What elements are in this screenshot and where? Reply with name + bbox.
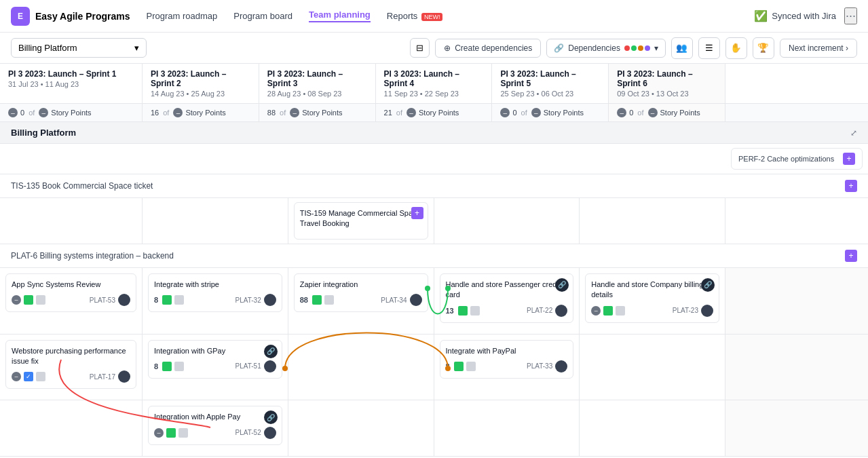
gpay-sp-val: 8 [154,362,158,370]
tis135-row: TIS-135 Book Commercial Space ticket + [0,174,868,198]
cards-row-3: 🔗 Integration with Apple Pay – PLAT-52 [0,400,868,456]
sp-total-btn-4[interactable]: – [407,108,416,117]
sprint-header-4: PI 3 2023: Launch – Sprint 4 11 Sep 23 •… [376,64,493,103]
company-link-icon[interactable]: 🔗 [701,278,715,292]
sp-cell-5: – 0 of – Story Points [492,104,609,121]
passenger-link-icon[interactable]: 🔗 [555,278,569,292]
app-sync-sp-btn[interactable]: – [12,295,21,305]
nav-reports[interactable]: Reports NEW! [387,11,443,21]
col1-row3 [0,400,143,455]
users-icon-button[interactable]: 👥 [671,37,693,59]
next-increment-button[interactable]: Next increment › [780,39,857,58]
col4-row2: Integrate with PayPal 8 PLAT-33 [434,335,580,400]
users-icon: 👥 [676,43,687,53]
sp-minus-5[interactable]: – [500,108,510,117]
sprint-3-title: PI 3 2023: Launch – Sprint 3 [267,69,367,88]
sp-label-5: Story Points [544,109,584,117]
tis159-row: + TIS-159 Manage Commercial Space Travel… [0,198,868,244]
nav-program-roadmap[interactable]: Program roadmap [147,11,218,21]
perf-empty-space [0,144,725,174]
sp-minus-6[interactable]: – [617,108,626,117]
create-dep-label: Create dependencies [455,43,532,53]
check-circle-icon: ✅ [754,9,768,22]
toolbar-actions: ⊟ ⊕ Create dependencies 🔗 Dependencies ▾… [410,37,857,59]
expand-icon[interactable]: ⤢ [850,128,857,138]
sp-total-btn-3[interactable]: – [290,108,299,117]
tis159-empty-col6 [725,198,868,244]
trophy-icon-button[interactable]: 🏆 [753,37,774,59]
nav-team-planning[interactable]: Team planning [309,9,371,22]
col2-cards: Integrate with stripe 8 PLAT-32 [143,268,288,334]
webstore-checkbox[interactable] [24,372,33,381]
company-sp-btn[interactable]: – [591,306,601,316]
plat6-label: PLAT-6 Billing systems integration – bac… [11,251,174,261]
paypal-card: Integrate with PayPal 8 PLAT-33 [440,340,574,379]
col1-cards: App Sync Systems Review – PLAT-53 [0,268,143,334]
more-options-button[interactable]: ··· [844,7,857,24]
stripe-sp-val: 8 [154,296,158,304]
sp-total-btn-1[interactable]: – [39,108,48,117]
tis135-label: TIS-135 Book Commercial Space ticket [11,181,153,191]
team-select[interactable]: Billing Platform ▾ [11,38,147,58]
cards-row-1: App Sync Systems Review – PLAT-53 Integr… [0,268,868,335]
webstore-id: PLAT-17 [90,373,115,381]
applepay-sp-btn[interactable]: – [154,428,164,438]
applepay-id: PLAT-52 [235,429,261,436]
sp-total-btn-2[interactable]: – [173,108,183,117]
sp-total-btn-5[interactable]: – [531,108,541,117]
col6-row2 [725,335,868,400]
sprint-header-5: PI 3 2023: Launch – Sprint 5 25 Sep 23 •… [492,64,609,103]
sp-label-6: Story Points [660,109,700,117]
app-sync-avatar [118,294,130,306]
zapier-gray-sq [324,295,334,305]
sprint-6-title: PI 3 2023: Launch – Sprint 6 [617,69,717,88]
perf-row: PERF-2 Cache optimizations + [0,144,868,174]
filter-button[interactable]: ⊟ [410,38,430,58]
synced-text: Synced with Jira [772,11,836,21]
gpay-card: 🔗 Integration with GPay 8 PLAT-51 [148,340,282,379]
nav-program-board[interactable]: Program board [233,11,293,21]
app-sync-green-sq [24,295,33,305]
tis135-plus-button[interactable]: + [845,180,857,192]
team-section-header: Billing Platform ⤢ [0,122,868,144]
sp-minus-1[interactable]: – [8,108,18,117]
col1-row2: Webstore purchasing performance issue fi… [0,335,143,400]
passenger-id: PLAT-22 [527,307,552,314]
zapier-green-sq [312,295,322,305]
zapier-id: PLAT-34 [381,297,407,304]
tis159-card: + TIS-159 Manage Commercial Space Travel… [294,202,428,240]
sp-cell-6: – 0 of – Story Points [609,104,725,121]
gpay-link-icon[interactable]: 🔗 [264,345,278,358]
company-title: Handle and store Company billing details [591,280,713,301]
create-dependencies-button[interactable]: ⊕ Create dependencies [435,39,541,58]
plat6-plus-button[interactable]: + [845,250,857,262]
create-dep-icon: ⊕ [444,43,451,53]
tis159-plus-button[interactable]: + [411,207,423,219]
list-icon-button[interactable]: ☰ [698,37,720,59]
perf-plus-button[interactable]: + [843,153,855,165]
webstore-sp-btn[interactable]: – [12,372,21,381]
app-sync-gray-sq [36,295,45,305]
gpay-id: PLAT-51 [235,362,261,370]
dep-label: Dependencies [568,43,620,53]
tis159-empty-col1 [0,198,143,244]
sp-total-btn-6[interactable]: – [648,108,658,117]
col4-cards: 🔗 Handle and store Passenger credit card… [434,268,580,334]
applepay-link-icon[interactable]: 🔗 [264,411,278,424]
tis159-empty-col2 [143,198,288,244]
paypal-avatar [555,360,567,373]
company-avatar [701,305,713,317]
tis159-card-cell: + TIS-159 Manage Commercial Space Travel… [288,198,434,244]
hand-icon-button[interactable]: ✋ [725,37,747,59]
stripe-avatar [264,294,276,306]
stripe-green-sq [162,295,172,305]
dep-red-dot [624,45,630,51]
dependencies-button[interactable]: 🔗 Dependencies ▾ [546,39,666,58]
chevron-down-icon: ▾ [134,43,139,53]
perf-card: PERF-2 Cache optimizations + [731,148,863,170]
tis159-empty-col5 [580,198,725,244]
applepay-card: 🔗 Integration with Apple Pay – PLAT-52 [148,406,282,444]
col2-row3: 🔗 Integration with Apple Pay – PLAT-52 [143,400,288,455]
reports-badge: NEW! [421,13,443,21]
sprint-header-2: PI 3 2023: Launch – Sprint 2 14 Aug 23 •… [143,64,259,103]
